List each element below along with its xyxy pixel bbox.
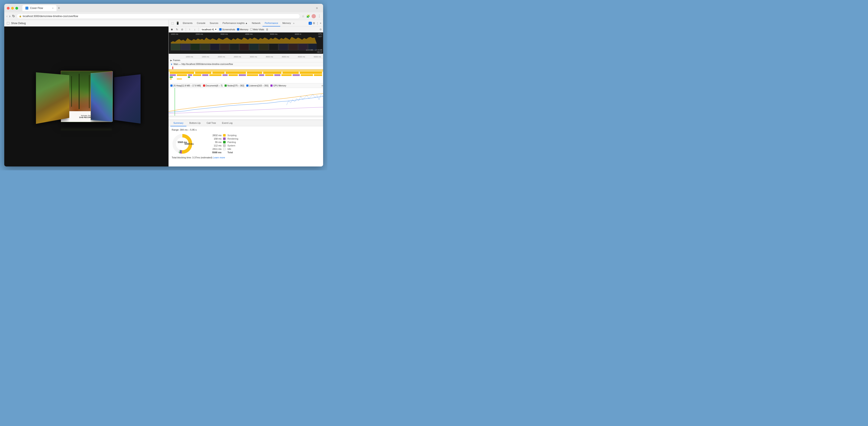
debug-checkbox[interactable] — [7, 22, 9, 25]
painting-ms: 55 ms — [211, 141, 221, 143]
coverflow-scene: Volume One DAB RECORDS — [4, 26, 168, 167]
frames-label: Frames — [173, 59, 180, 61]
listeners-label: Listeners[163 – 355] — [249, 85, 269, 87]
inspect-element-button[interactable]: ⬚ — [170, 21, 175, 25]
album-reflection — [61, 126, 112, 131]
devtools-close-button[interactable]: × — [320, 22, 321, 25]
screenshot-thumb[interactable] — [171, 44, 180, 50]
menu-icon[interactable]: ⋮ — [317, 14, 321, 18]
devtools-more-button[interactable]: ⋮ — [316, 22, 319, 25]
ruler-tick: 2000 ms — [218, 56, 225, 58]
screenshot-thumb[interactable] — [210, 44, 219, 50]
svg-rect-20 — [259, 74, 264, 76]
upload-button[interactable]: ↑ — [188, 28, 191, 31]
main-thread-header: ▼ Main — http://localhost:3000/demo/view… — [169, 62, 323, 66]
gpu-memory-check[interactable]: GPU Memory — [271, 85, 286, 87]
forward-button[interactable]: › — [9, 14, 10, 18]
documents-label: Documents[6 – 7] — [206, 85, 222, 87]
rendering-dot — [223, 138, 226, 140]
tab-close-button[interactable]: × — [52, 7, 54, 9]
nodes-check[interactable]: Nodes[375 – 382] — [224, 85, 244, 87]
screenshot-thumb[interactable] — [181, 44, 190, 50]
maximize-traffic-light[interactable] — [16, 7, 18, 9]
memory-chart[interactable] — [169, 88, 323, 116]
clear-button[interactable]: ⊘ — [180, 28, 184, 31]
ruler-tick: 1000 ms — [186, 56, 193, 58]
profile-icon[interactable] — [312, 14, 316, 18]
flame-chart[interactable] — [169, 66, 323, 83]
documents-dot — [203, 85, 205, 87]
web-vitals-check[interactable]: Web Vitals — [250, 28, 264, 31]
tab-call-tree[interactable]: Call Tree — [204, 120, 219, 126]
tab-performance[interactable]: Performance — [262, 20, 280, 26]
tab-event-log[interactable]: Event Log — [219, 120, 236, 126]
screenshot-thumb[interactable] — [200, 44, 210, 50]
more-tabs-button[interactable]: » — [293, 22, 294, 25]
tab-network[interactable]: Network — [250, 20, 262, 26]
screenshot-thumb[interactable] — [288, 44, 298, 50]
settings-button[interactable]: ⚙ — [319, 28, 322, 31]
back-button[interactable]: ‹ — [6, 14, 7, 18]
close-traffic-light[interactable] — [7, 7, 9, 9]
documents-check[interactable]: Documents[6 – 7] — [203, 85, 222, 87]
painting-dot — [223, 141, 226, 143]
browser-tab[interactable]: 🌀 Cover Flow × — [22, 5, 57, 11]
tab-console[interactable]: Console — [195, 20, 208, 26]
ruler-tick: 2500 ms — [234, 56, 241, 58]
memory-check[interactable]: Memory — [237, 28, 248, 31]
tick-1000: 1000 ms — [171, 33, 178, 35]
screenshot-thumb[interactable] — [230, 44, 239, 50]
screenshot-thumb[interactable] — [259, 44, 269, 50]
screenshot-thumb[interactable] — [279, 44, 288, 50]
tab-memory[interactable]: Memory — [280, 20, 293, 26]
minimize-traffic-light[interactable] — [11, 7, 14, 9]
summary-legend: 2832 ms Scripting 158 ms Rendering 55 ms — [211, 134, 238, 154]
screenshots-checkbox[interactable] — [219, 28, 222, 30]
tab-summary[interactable]: Summary — [170, 120, 186, 126]
svg-rect-0 — [172, 66, 173, 69]
tab-bottom-up[interactable]: Bottom-Up — [186, 120, 204, 126]
device-toolbar-button[interactable]: 📱 — [176, 21, 180, 25]
learn-more-link[interactable]: Learn more — [213, 156, 225, 159]
frames-expand-icon[interactable]: ▶ — [170, 59, 172, 61]
web-vitals-checkbox[interactable] — [250, 28, 252, 30]
screenshot-thumb[interactable] — [220, 44, 229, 50]
tab-area: 🌀 Cover Flow × + — [22, 5, 314, 11]
new-tab-button[interactable]: + — [58, 6, 60, 10]
screenshot-thumb[interactable] — [240, 44, 249, 50]
screenshot-thumb[interactable] — [269, 44, 278, 50]
ruler-tick: 4500 ms — [298, 56, 305, 58]
screenshot-thumb[interactable] — [190, 44, 200, 50]
url-selector[interactable]: localhost #1 ▾ — [200, 27, 218, 32]
js-heap-check[interactable]: JS Heap[12.8 MB – 17.8 MB] — [170, 85, 201, 87]
browser-toolbar: ‹ › ↻ 🔒 localhost:3000/demo/view-timelin… — [4, 12, 323, 20]
legend-painting: 55 ms Painting — [211, 141, 238, 143]
donut-center-text: 5568 ms — [184, 143, 194, 145]
bookmark-icon[interactable]: ☆ — [302, 15, 305, 18]
main-thread-expand-icon[interactable]: ▼ — [170, 63, 173, 65]
main-thread-label: Main — http://localhost:3000/demo/view-t… — [174, 63, 233, 65]
screenshot-thumb[interactable] — [249, 44, 259, 50]
record-button[interactable]: ⏺ — [170, 28, 174, 31]
reload-record-button[interactable]: ↻ — [175, 28, 179, 31]
frames-row: ▶ Frames — [169, 58, 323, 62]
listeners-check[interactable]: Listeners[163 – 355] — [246, 85, 269, 87]
screenshots-check[interactable]: Screenshots — [219, 28, 235, 31]
address-bar[interactable]: 🔒 localhost:3000/demo/view-timeline-css/… — [17, 13, 300, 19]
tab-perf-insights[interactable]: Performance insights ▲ — [220, 20, 250, 26]
webpage-panel: Show Debug — [4, 20, 168, 167]
bottom-panel: Summary Bottom-Up Call Tree Event Log Ra… — [169, 119, 323, 167]
extensions-icon[interactable]: ⚙ — [316, 7, 318, 9]
horizontal-scrollbar[interactable] — [169, 116, 323, 117]
tab-sources[interactable]: Sources — [208, 20, 220, 26]
download-button[interactable]: ↓ — [193, 28, 197, 31]
devtools-settings-button[interactable]: ⚙ — [313, 22, 315, 25]
extension-icon[interactable]: 🧩 — [306, 15, 310, 18]
trash-button[interactable]: 🗑 — [266, 28, 269, 31]
memory-checkbox[interactable] — [237, 28, 239, 30]
tick-5000: 5000 ms — [270, 33, 277, 35]
reload-button[interactable]: ↻ — [12, 14, 15, 18]
devtools-panel: ⬚ 📱 Elements Console Sources Performance… — [168, 20, 323, 167]
url-selector-arrow: ▾ — [215, 28, 216, 31]
tab-elements[interactable]: Elements — [181, 20, 195, 26]
